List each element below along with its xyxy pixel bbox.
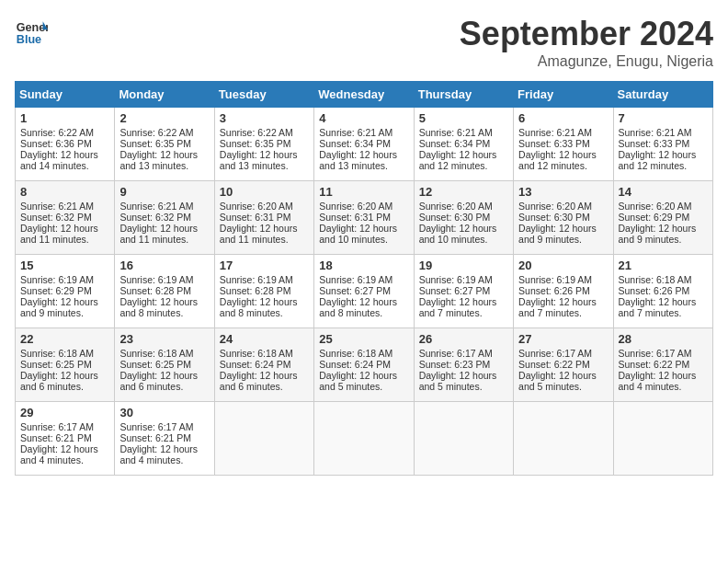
calendar-cell: 6Sunrise: 6:21 AMSunset: 6:33 PMDaylight… (514, 108, 613, 181)
day-info-line: Sunset: 6:24 PM (220, 359, 309, 370)
calendar-cell: 25Sunrise: 6:18 AMSunset: 6:24 PMDayligh… (314, 328, 414, 402)
day-number: 10 (220, 185, 309, 199)
day-info-line: Sunset: 6:29 PM (20, 285, 109, 296)
calendar-table: SundayMondayTuesdayWednesdayThursdayFrid… (15, 81, 713, 476)
day-info-line: Sunset: 6:31 PM (220, 212, 309, 223)
day-info-line: Sunset: 6:27 PM (419, 285, 508, 296)
day-info-line: Daylight: 12 hours (619, 370, 708, 381)
calendar-cell: 4Sunrise: 6:21 AMSunset: 6:34 PMDaylight… (314, 108, 414, 181)
day-number: 20 (518, 259, 608, 272)
day-number: 14 (619, 185, 708, 199)
calendar-cell: 22Sunrise: 6:18 AMSunset: 6:25 PMDayligh… (16, 328, 115, 402)
weekday-header: Monday (115, 82, 214, 108)
day-info-line: Daylight: 12 hours (119, 296, 209, 307)
calendar-cell: 30Sunrise: 6:17 AMSunset: 6:21 PMDayligh… (115, 402, 214, 476)
day-info-line: and 4 minutes. (20, 454, 109, 465)
day-number: 11 (319, 185, 408, 199)
calendar-cell: 11Sunrise: 6:20 AMSunset: 6:31 PMDayligh… (314, 181, 414, 255)
day-info-line: Sunset: 6:24 PM (319, 359, 408, 370)
calendar-body: 1Sunrise: 6:22 AMSunset: 6:36 PMDaylight… (16, 108, 713, 476)
calendar-cell: 18Sunrise: 6:19 AMSunset: 6:27 PMDayligh… (314, 255, 414, 328)
day-info-line: Daylight: 12 hours (220, 370, 309, 381)
day-info-line: Sunset: 6:28 PM (220, 285, 309, 296)
day-info-line: and 5 minutes. (518, 381, 608, 392)
day-info-line: Daylight: 12 hours (119, 223, 209, 234)
day-number: 7 (619, 111, 708, 125)
day-info-line: Sunset: 6:27 PM (319, 285, 408, 296)
day-info-line: Sunrise: 6:17 AM (518, 348, 608, 359)
day-info-line: Daylight: 12 hours (220, 223, 309, 234)
day-info-line: Sunrise: 6:21 AM (119, 201, 209, 212)
day-info-line: Daylight: 12 hours (518, 296, 608, 307)
day-info-line: and 6 minutes. (20, 381, 109, 392)
day-number: 18 (319, 259, 408, 272)
day-number: 27 (518, 332, 608, 346)
calendar-cell: 23Sunrise: 6:18 AMSunset: 6:25 PMDayligh… (115, 328, 214, 402)
day-info-line: Sunrise: 6:17 AM (419, 348, 508, 359)
day-info-line: and 8 minutes. (220, 307, 309, 318)
day-number: 29 (20, 406, 109, 419)
calendar-cell: 12Sunrise: 6:20 AMSunset: 6:30 PMDayligh… (414, 181, 513, 255)
day-info-line: Sunrise: 6:17 AM (119, 421, 209, 432)
day-info-line: Sunset: 6:28 PM (119, 285, 209, 296)
calendar-cell: 15Sunrise: 6:19 AMSunset: 6:29 PMDayligh… (16, 255, 115, 328)
day-info-line: Daylight: 12 hours (518, 370, 608, 381)
day-info-line: Sunrise: 6:18 AM (220, 348, 309, 359)
weekday-header: Wednesday (314, 82, 414, 108)
day-info-line: and 4 minutes. (119, 454, 209, 465)
day-info-line: Sunset: 6:34 PM (319, 138, 408, 149)
day-info-line: Sunrise: 6:22 AM (220, 127, 309, 138)
day-info-line: Sunset: 6:22 PM (518, 359, 608, 370)
day-info-line: Sunrise: 6:20 AM (619, 201, 708, 212)
day-info-line: Sunrise: 6:22 AM (20, 127, 109, 138)
calendar-cell: 3Sunrise: 6:22 AMSunset: 6:35 PMDaylight… (214, 108, 313, 181)
day-info-line: Daylight: 12 hours (319, 370, 408, 381)
day-info-line: Sunset: 6:25 PM (20, 359, 109, 370)
day-number: 23 (119, 332, 209, 346)
day-info-line: Daylight: 12 hours (419, 296, 508, 307)
day-info-line: Sunset: 6:21 PM (119, 432, 209, 443)
day-info-line: Daylight: 12 hours (20, 370, 109, 381)
day-info-line: Sunset: 6:34 PM (419, 138, 508, 149)
day-info-line: Sunrise: 6:17 AM (619, 348, 708, 359)
day-info-line: and 13 minutes. (119, 160, 209, 171)
calendar-cell: 19Sunrise: 6:19 AMSunset: 6:27 PMDayligh… (414, 255, 513, 328)
calendar-cell: 16Sunrise: 6:19 AMSunset: 6:28 PMDayligh… (115, 255, 214, 328)
day-info-line: Sunset: 6:29 PM (619, 212, 708, 223)
day-info-line: Sunrise: 6:21 AM (619, 127, 708, 138)
day-info-line: and 10 minutes. (419, 234, 508, 245)
day-info-line: and 14 minutes. (20, 160, 109, 171)
day-info-line: Sunrise: 6:18 AM (319, 348, 408, 359)
calendar-cell: 29Sunrise: 6:17 AMSunset: 6:21 PMDayligh… (16, 402, 115, 476)
month-title: September 2024 (460, 15, 713, 53)
weekday-header: Thursday (414, 82, 513, 108)
day-info-line: Sunrise: 6:18 AM (119, 348, 209, 359)
calendar-week-row: 1Sunrise: 6:22 AMSunset: 6:36 PMDaylight… (16, 108, 713, 181)
day-info-line: Daylight: 12 hours (419, 370, 508, 381)
day-number: 5 (419, 111, 508, 125)
day-number: 22 (20, 332, 109, 346)
day-info-line: Sunrise: 6:21 AM (419, 127, 508, 138)
day-info-line: and 11 minutes. (20, 234, 109, 245)
calendar-cell: 17Sunrise: 6:19 AMSunset: 6:28 PMDayligh… (214, 255, 313, 328)
day-info-line: Sunrise: 6:22 AM (119, 127, 209, 138)
calendar-cell (414, 402, 513, 476)
day-number: 4 (319, 111, 408, 125)
day-number: 26 (419, 332, 508, 346)
calendar-cell (214, 402, 313, 476)
svg-text:Blue: Blue (17, 33, 41, 46)
day-info-line: Sunrise: 6:20 AM (319, 201, 408, 212)
day-info-line: and 6 minutes. (220, 381, 309, 392)
day-info-line: Sunrise: 6:21 AM (20, 201, 109, 212)
calendar-cell (514, 402, 613, 476)
day-info-line: Daylight: 12 hours (319, 149, 408, 160)
day-info-line: Sunrise: 6:19 AM (419, 274, 508, 285)
day-info-line: Sunset: 6:21 PM (20, 432, 109, 443)
day-info-line: Daylight: 12 hours (119, 370, 209, 381)
day-number: 19 (419, 259, 508, 272)
calendar-cell: 28Sunrise: 6:17 AMSunset: 6:22 PMDayligh… (613, 328, 712, 402)
day-info-line: Daylight: 12 hours (20, 149, 109, 160)
day-info-line: and 12 minutes. (419, 160, 508, 171)
day-info-line: and 7 minutes. (619, 307, 708, 318)
calendar-week-row: 15Sunrise: 6:19 AMSunset: 6:29 PMDayligh… (16, 255, 713, 328)
